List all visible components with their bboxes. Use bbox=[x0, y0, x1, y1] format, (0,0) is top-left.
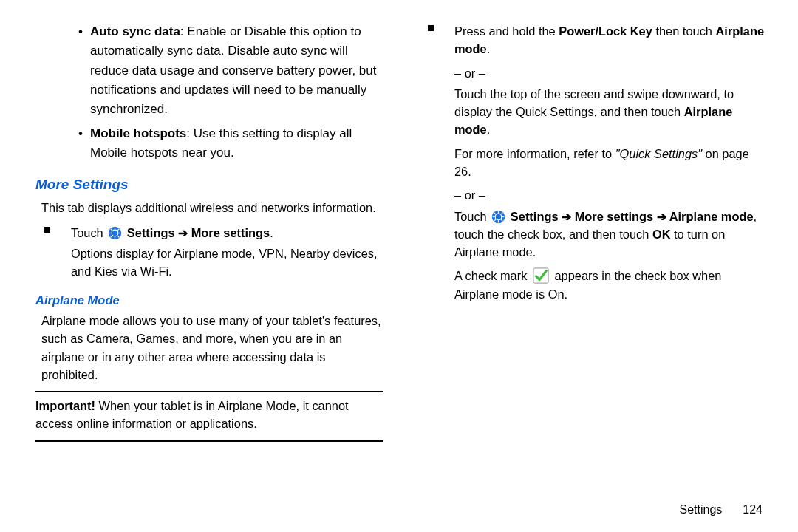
more-settings-heading: More Settings bbox=[35, 174, 383, 195]
hotspots-label: Mobile hotspots bbox=[90, 126, 186, 140]
or-divider-2: – or – bbox=[454, 186, 767, 204]
more-settings-steps: Touch Settings ➔ More settings. Options … bbox=[41, 224, 383, 281]
press-hold-line: Press and hold the Power/Lock Key then t… bbox=[454, 22, 767, 58]
left-column: Auto sync data: Enable or Disable this o… bbox=[35, 22, 388, 446]
square-bullet-icon bbox=[44, 227, 50, 233]
important-note: Important! When your tablet is in Airpla… bbox=[35, 397, 383, 433]
autosync-label: Auto sync data bbox=[90, 24, 180, 38]
settings-path: Settings ➔ More settings bbox=[127, 226, 270, 239]
settings-gear-icon bbox=[491, 210, 505, 224]
touch-path-line: Touch Settings ➔ More settings ➔ Airplan… bbox=[454, 208, 767, 262]
autosync-bullet: Auto sync data: Enable or Disable this o… bbox=[78, 22, 383, 120]
right-column: Press and hold the Power/Lock Key then t… bbox=[415, 22, 767, 446]
important-label: Important! bbox=[35, 399, 99, 412]
settings-gear-icon bbox=[108, 226, 122, 240]
manual-page: Auto sync data: Enable or Disable this o… bbox=[0, 0, 798, 446]
important-rule-bottom bbox=[35, 440, 383, 442]
airplane-mode-body: Airplane mode allows you to use many of … bbox=[41, 312, 383, 383]
checkmark-icon bbox=[533, 267, 549, 284]
more-info-line: For more information, refer to "Quick Se… bbox=[454, 145, 767, 181]
airplane-mode-heading: Airplane Mode bbox=[35, 291, 383, 309]
feature-bullets: Auto sync data: Enable or Disable this o… bbox=[78, 22, 383, 163]
touch-settings-step: Touch Settings ➔ More settings. Options … bbox=[41, 224, 383, 281]
airplane-instructions: Press and hold the Power/Lock Key then t… bbox=[425, 22, 767, 303]
hotspots-bullet: Mobile hotspots: Use this setting to dis… bbox=[78, 124, 383, 163]
footer-chapter: Settings bbox=[679, 503, 722, 516]
checkmark-line: A check mark appears in the check box wh… bbox=[454, 267, 767, 303]
footer-page-number: 124 bbox=[743, 503, 763, 516]
important-rule-top bbox=[35, 391, 383, 392]
swipe-line: Touch the top of the screen and swipe do… bbox=[454, 85, 767, 139]
touch-word: Touch bbox=[71, 226, 106, 239]
or-divider-1: – or – bbox=[454, 64, 767, 82]
airplane-step: Press and hold the Power/Lock Key then t… bbox=[425, 22, 767, 303]
more-settings-intro: This tab displays additional wireless an… bbox=[41, 199, 383, 216]
square-bullet-icon bbox=[428, 25, 434, 31]
page-footer: Settings124 bbox=[679, 501, 763, 519]
options-line: Options display for Airplane mode, VPN, … bbox=[71, 245, 383, 281]
